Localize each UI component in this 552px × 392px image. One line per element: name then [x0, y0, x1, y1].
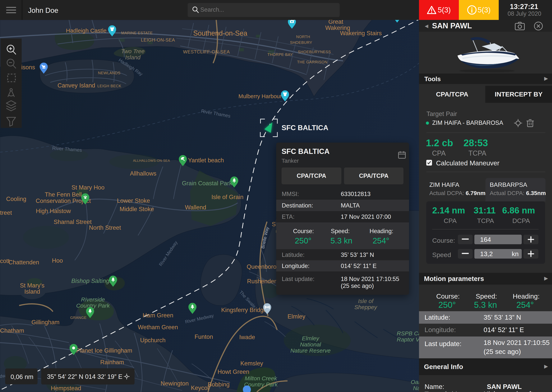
svg-text:Hoo: Hoo	[52, 257, 63, 264]
svg-text:NEWLANDS: NEWLANDS	[98, 71, 120, 75]
svg-text:Wakering Stairs: Wakering Stairs	[340, 30, 382, 36]
svg-text:LEIGH-ON-SEA: LEIGH-ON-SEA	[141, 37, 175, 42]
svg-text:MARINE ESTATE: MARINE ESTATE	[121, 31, 153, 35]
svg-text:North Street: North Street	[89, 224, 121, 231]
svg-text:NORTH: NORTH	[296, 35, 310, 39]
svg-text:Gillingham: Gillingham	[31, 319, 59, 326]
svg-text:Southend-on-Sea: Southend-on-Sea	[193, 29, 247, 37]
svg-text:Planet Ice Gillingham: Planet Ice Gillingham	[76, 347, 132, 354]
svg-text:Nature Reserve: Nature Reserve	[290, 347, 331, 354]
svg-text:Wallend: Wallend	[185, 204, 206, 211]
svg-text:National: National	[300, 341, 321, 348]
svg-text:Kingsferry Bridge: Kingsferry Bridge	[221, 307, 267, 313]
svg-text:Hempstead: Hempstead	[51, 385, 81, 392]
svg-text:Howt Green: Howt Green	[218, 368, 249, 375]
svg-text:Mulberry Harbour: Mulberry Harbour	[239, 93, 282, 99]
svg-text:Chattenden: Chattenden	[8, 259, 39, 266]
svg-text:Sheppey: Sheppey	[354, 304, 378, 310]
svg-text:Riverside: Riverside	[81, 296, 105, 303]
svg-text:St Mary's: St Mary's	[20, 282, 44, 289]
svg-text:Newington: Newington	[161, 380, 189, 387]
svg-text:treet: treet	[0, 210, 12, 216]
svg-text:WESTCLIFF-ON-SEA: WESTCLIFF-ON-SEA	[183, 49, 230, 54]
svg-text:Island: Island	[125, 54, 141, 61]
svg-text:Allhallows: Allhallows	[130, 170, 156, 177]
svg-text:Grain Coastal Park: Grain Coastal Park	[182, 180, 232, 187]
svg-text:Yantlet beach: Yantlet beach	[188, 157, 224, 164]
svg-text:Upchurch: Upchurch	[140, 337, 166, 343]
svg-text:Bobbing: Bobbing	[208, 381, 230, 388]
svg-text:Hadleigh Castle: Hadleigh Castle	[66, 27, 107, 34]
svg-text:SFC BALTICA: SFC BALTICA	[282, 124, 328, 132]
svg-text:Canvey Island: Canvey Island	[58, 82, 95, 89]
svg-text:ALLHALLOWS-ON-SEA: ALLHALLOWS-ON-SEA	[133, 159, 170, 162]
svg-text:Isle of: Isle of	[358, 298, 374, 304]
svg-text:Cooling: Cooling	[6, 196, 26, 202]
svg-text:Rushenden: Rushenden	[247, 278, 277, 285]
svg-text:THE GARRISON: THE GARRISON	[297, 60, 327, 64]
svg-text:LEIGH BECK: LEIGH BECK	[97, 84, 121, 88]
svg-text:Ham Green: Ham Green	[143, 312, 173, 319]
svg-text:Wetham Green: Wetham Green	[138, 324, 178, 330]
svg-text:Elmley: Elmley	[302, 335, 320, 342]
svg-text:Lower Stoke: Lower Stoke	[117, 197, 150, 204]
svg-text:SHOEBURYNESS: SHOEBURYNESS	[298, 50, 331, 54]
svg-text:SHOEBURY: SHOEBURY	[290, 40, 312, 45]
svg-text:Middle Stoke: Middle Stoke	[120, 206, 154, 212]
svg-text:Kemsley: Kemsley	[240, 360, 263, 367]
svg-text:THORPE BAY: THORPE BAY	[267, 52, 293, 57]
svg-text:Sharnal Street: Sharnal Street	[54, 219, 92, 225]
svg-text:Iwade: Iwade	[239, 334, 255, 341]
svg-text:cott: cott	[0, 258, 10, 264]
svg-text:St Mary Hoo: St Mary Hoo	[72, 184, 104, 191]
svg-text:Two Tree: Two Tree	[121, 48, 145, 54]
svg-text:Keycol: Keycol	[191, 385, 209, 391]
svg-text:Milton Creek: Milton Creek	[245, 375, 277, 381]
svg-text:Funton: Funton	[195, 333, 213, 340]
svg-text:Rainham: Rainham	[100, 359, 124, 366]
svg-text:Isle of Grain: Isle of Grain	[211, 194, 243, 200]
svg-text:Elmley: Elmley	[288, 313, 305, 320]
svg-text:Chatham: Chatham	[0, 327, 24, 334]
svg-text:High Halstow: High Halstow	[36, 208, 71, 214]
svg-text:GRANGE: GRANGE	[70, 316, 87, 320]
svg-text:The Fenn Bell: The Fenn Bell	[45, 191, 82, 198]
svg-text:Country Park: Country Park	[76, 302, 110, 309]
svg-text:Island: Island	[24, 288, 40, 295]
svg-text:Bishop Saltings: Bishop Saltings	[71, 278, 112, 284]
